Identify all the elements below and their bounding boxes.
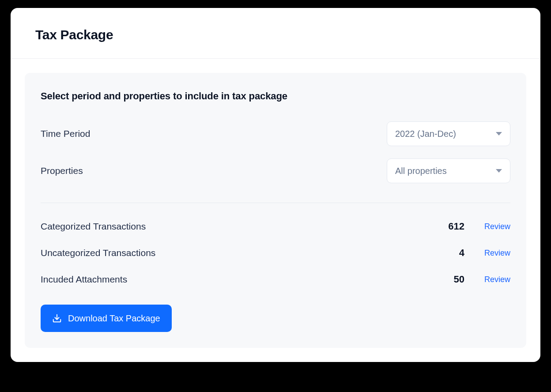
stats: Categorized Transactions 612 Review Unca…: [41, 221, 510, 285]
filter-row-properties: Properties All properties: [41, 158, 510, 183]
categorized-value: 612: [440, 221, 464, 232]
categorized-review-link[interactable]: Review: [479, 222, 510, 231]
card-header: Tax Package: [11, 8, 540, 59]
uncategorized-review-link[interactable]: Review: [479, 249, 510, 258]
attachments-value: 50: [440, 274, 464, 285]
actions: Download Tax Package: [41, 305, 510, 332]
uncategorized-label: Uncategorized Transactions: [41, 248, 429, 258]
download-tax-package-button[interactable]: Download Tax Package: [41, 305, 172, 332]
properties-label: Properties: [41, 166, 83, 176]
stat-row-attachments: Incuded Attachments 50 Review: [41, 274, 510, 285]
divider: [41, 203, 510, 203]
panel-subtitle: Select period and properties to include …: [41, 90, 510, 102]
attachments-label: Incuded Attachments: [41, 274, 429, 285]
uncategorized-value: 4: [440, 247, 464, 259]
time-period-value: 2022 (Jan-Dec): [395, 129, 456, 139]
panel: Select period and properties to include …: [25, 73, 526, 348]
time-period-select[interactable]: 2022 (Jan-Dec): [387, 121, 510, 146]
download-icon: [52, 313, 62, 323]
stat-row-categorized: Categorized Transactions 612 Review: [41, 221, 510, 232]
properties-value: All properties: [395, 166, 447, 176]
filters: Time Period 2022 (Jan-Dec) Properties Al…: [41, 121, 510, 183]
app-card: Tax Package Select period and properties…: [11, 8, 540, 362]
stat-row-uncategorized: Uncategorized Transactions 4 Review: [41, 247, 510, 259]
page-title: Tax Package: [35, 27, 516, 42]
categorized-label: Categorized Transactions: [41, 221, 429, 232]
filter-row-time-period: Time Period 2022 (Jan-Dec): [41, 121, 510, 146]
properties-select[interactable]: All properties: [387, 158, 510, 183]
panel-wrap: Select period and properties to include …: [11, 59, 540, 362]
chevron-down-icon: [496, 132, 502, 136]
download-button-label: Download Tax Package: [68, 313, 160, 324]
attachments-review-link[interactable]: Review: [479, 275, 510, 284]
time-period-label: Time Period: [41, 128, 90, 139]
chevron-down-icon: [496, 169, 502, 173]
